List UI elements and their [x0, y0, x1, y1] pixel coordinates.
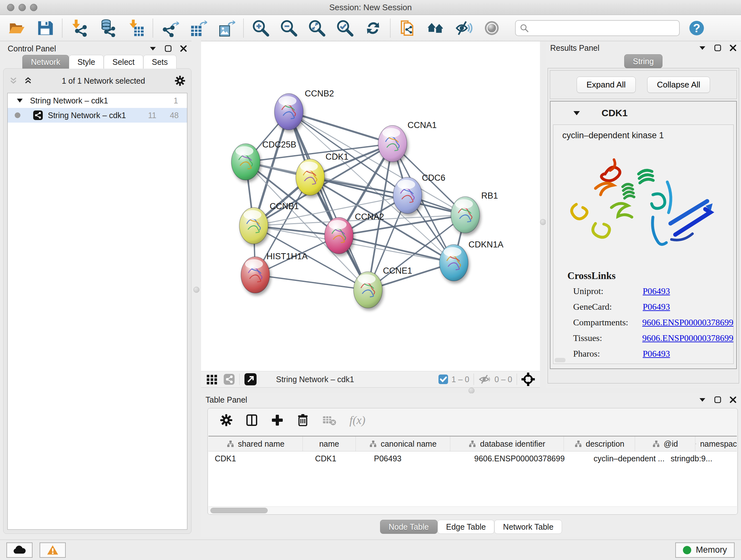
network-node-CCNE1[interactable] [354, 272, 382, 308]
tab-string[interactable]: String [624, 54, 662, 68]
zoom-fit-icon[interactable] [307, 18, 327, 38]
crosslink-compartments[interactable]: 9606.ENSP00000378699 [643, 317, 733, 327]
export-table-icon[interactable] [188, 18, 208, 38]
refresh-layout-icon[interactable] [363, 18, 383, 38]
network-row[interactable]: String Network – cdk1 11 48 [8, 108, 187, 123]
panel-menu-icon[interactable] [149, 46, 156, 51]
export-image-icon[interactable] [216, 18, 236, 38]
network-view-icon[interactable] [223, 374, 235, 385]
expand-all-button[interactable]: Expand All [577, 77, 636, 93]
crosslink-genecard[interactable]: P06493 [643, 302, 670, 312]
tab-select[interactable]: Select [104, 55, 143, 69]
network-node-CCNB1[interactable] [239, 207, 268, 244]
column-header[interactable]: namespac [695, 436, 737, 451]
section-expander-icon[interactable] [573, 111, 581, 116]
column-header[interactable]: @id [635, 436, 695, 451]
memory-button[interactable]: Memory [675, 543, 735, 558]
network-node-CDKN1A[interactable] [440, 245, 468, 281]
collection-expander-icon[interactable] [17, 98, 23, 103]
grid-view-icon[interactable] [206, 374, 218, 385]
collapse-all-icon[interactable] [9, 77, 17, 85]
expand-all-icon[interactable] [24, 77, 32, 85]
control-panel: Control Panel Network Style Select Sets … [3, 42, 192, 537]
panel-menu-icon[interactable] [699, 46, 706, 50]
tab-node-table[interactable]: Node Table [380, 520, 437, 534]
search-field[interactable] [515, 20, 680, 36]
crosslink-pharos[interactable]: P06493 [643, 349, 670, 359]
results-scrollbar-thumb[interactable] [555, 358, 565, 362]
clone-network-icon[interactable] [398, 18, 417, 38]
tab-network[interactable]: Network [22, 55, 69, 69]
save-session-icon[interactable] [35, 18, 55, 38]
column-header[interactable]: canonical name [356, 436, 450, 451]
collapse-all-button[interactable]: Collapse All [647, 77, 711, 93]
selected-checkbox-icon[interactable] [438, 374, 448, 384]
panel-close-icon[interactable] [730, 396, 737, 403]
results-panel-title: Results Panel [550, 44, 599, 53]
tab-edge-table[interactable]: Edge Table [437, 520, 495, 534]
network-overview-icon[interactable] [426, 18, 446, 38]
help-icon[interactable]: ? [687, 18, 706, 38]
network-canvas[interactable]: CCNB2CCNA1CDC25BCDK1CDC6RB1CCNB1CCNA2CDK… [201, 42, 540, 371]
window-zoom-button[interactable] [30, 4, 37, 11]
panel-float-icon[interactable] [714, 396, 721, 403]
open-session-icon[interactable] [7, 18, 27, 38]
panel-close-icon[interactable] [180, 45, 187, 52]
gene-description: cyclin–dependent kinase 1 [553, 125, 733, 140]
panel-float-icon[interactable] [165, 45, 172, 52]
show-columns-icon[interactable] [246, 414, 258, 427]
network-node-HIST1H1A[interactable] [241, 257, 270, 293]
right-splitter[interactable] [540, 42, 546, 388]
table-row[interactable]: CDK1 CDK1 P06493 9606.ENSP00000378699 cy… [208, 451, 737, 465]
level-of-detail-icon[interactable] [482, 18, 502, 38]
import-network-file-icon[interactable] [70, 18, 89, 38]
network-node-CCNA2[interactable] [325, 217, 353, 254]
network-collection-row[interactable]: String Network – cdk1 1 [8, 93, 187, 108]
window-close-button[interactable] [7, 4, 14, 11]
table-gear-icon[interactable] [220, 414, 232, 427]
panel-float-icon[interactable] [714, 44, 721, 51]
gear-icon[interactable] [175, 75, 185, 86]
node-label-CCNE1: CCNE1 [383, 266, 412, 275]
panel-menu-icon[interactable] [699, 397, 706, 402]
import-table-icon[interactable] [126, 18, 145, 38]
column-header[interactable]: shared name [208, 436, 303, 451]
import-network-database-icon[interactable] [98, 18, 118, 38]
network-node-CDK1[interactable] [296, 159, 325, 195]
window-controls[interactable] [7, 4, 37, 11]
export-network-icon[interactable] [160, 18, 180, 38]
column-header[interactable]: database identifier [450, 436, 564, 451]
tab-style[interactable]: Style [69, 55, 104, 69]
add-column-icon[interactable] [271, 414, 284, 427]
network-node-CCNA1[interactable] [378, 125, 407, 162]
show-graphics-details-icon[interactable] [454, 18, 474, 38]
network-node-CCNB2[interactable] [274, 94, 303, 130]
delete-column-icon[interactable] [296, 414, 309, 427]
horizontal-splitter[interactable] [201, 387, 741, 393]
node-label-RB1: RB1 [481, 191, 498, 200]
tab-sets[interactable]: Sets [143, 55, 177, 69]
hidden-eye-icon [478, 374, 491, 384]
crosslink-tissues[interactable]: 9606.ENSP00000378699 [643, 333, 733, 343]
left-splitter[interactable] [192, 41, 201, 388]
cloud-button[interactable] [6, 543, 32, 558]
network-node-CDC6[interactable] [393, 177, 422, 213]
crosslink-uniprot[interactable]: P06493 [643, 286, 670, 296]
column-header[interactable]: description [564, 436, 635, 451]
column-header[interactable]: name [303, 436, 356, 451]
panel-close-icon[interactable] [730, 44, 737, 51]
detach-view-icon[interactable] [244, 373, 257, 386]
tab-network-table[interactable]: Network Table [494, 520, 562, 534]
search-input[interactable] [529, 23, 668, 33]
zoom-in-icon[interactable] [251, 18, 271, 38]
fit-selected-crosshair-icon[interactable] [522, 373, 535, 386]
network-node-CDC25B[interactable] [231, 144, 260, 180]
zoom-selected-icon[interactable] [335, 18, 355, 38]
window-minimize-button[interactable] [18, 4, 26, 11]
network-node-RB1[interactable] [451, 197, 480, 233]
network-view-statusbar: String Network – cdk1 1 – 0 0 – 0 [201, 371, 540, 388]
zoom-out-icon[interactable] [279, 18, 299, 38]
table-horizontal-scrollbar[interactable] [208, 506, 737, 514]
crosslink-label: Tissues: [573, 333, 643, 343]
warning-button[interactable] [40, 543, 66, 558]
